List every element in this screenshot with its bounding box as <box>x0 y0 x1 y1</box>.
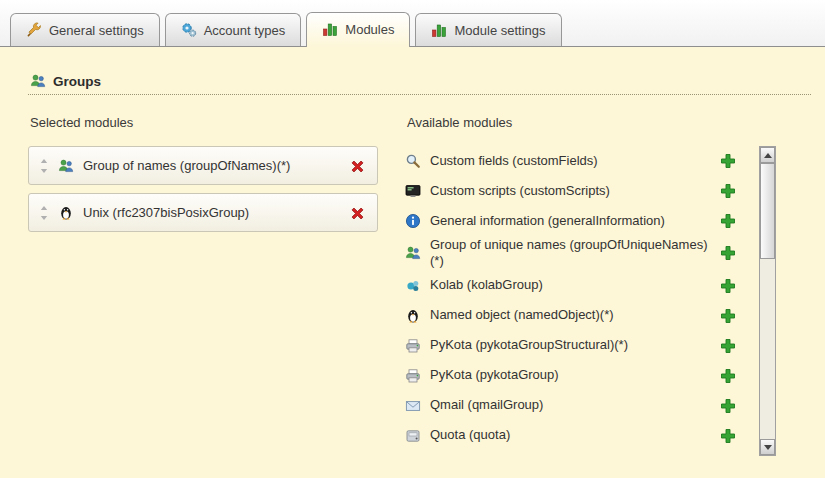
terminal-icon <box>405 183 421 199</box>
module-label: General information (generalInformation) <box>430 213 710 229</box>
add-module-button[interactable] <box>719 367 737 385</box>
tab-label: Module settings <box>454 23 545 38</box>
chart-icon <box>322 21 338 37</box>
add-module-button[interactable] <box>719 152 737 170</box>
module-label: PyKota (pykotaGroupStructural)(*) <box>430 337 710 353</box>
module-label: Unix (rfc2307bisPosixGroup) <box>83 205 249 220</box>
available-modules-list: Custom fields (customFields) Custom scri… <box>405 146 759 456</box>
remove-module-button[interactable] <box>347 156 367 176</box>
add-module-button[interactable] <box>719 182 737 200</box>
module-label: Custom fields (customFields) <box>430 153 710 169</box>
scrollbar-thumb[interactable] <box>760 163 775 259</box>
group-icon <box>30 73 46 89</box>
available-module-row: Custom fields (customFields) <box>405 146 749 176</box>
module-label: Kolab (kolabGroup) <box>430 277 710 293</box>
add-module-button[interactable] <box>719 337 737 355</box>
tab-general-settings[interactable]: General settings <box>10 13 160 46</box>
kolab-icon <box>405 278 421 294</box>
add-plus-icon <box>720 428 736 444</box>
disk-icon <box>405 428 421 444</box>
add-plus-icon <box>720 183 736 199</box>
scrollbar-down-button[interactable] <box>760 439 775 455</box>
add-plus-icon <box>720 338 736 354</box>
module-label: PyKota (pykotaGroup) <box>430 367 710 383</box>
gears-icon <box>181 22 197 38</box>
add-plus-icon <box>720 368 736 384</box>
delete-x-icon <box>349 158 365 174</box>
module-label: Qmail (qmailGroup) <box>430 397 710 413</box>
add-module-button[interactable] <box>719 277 737 295</box>
available-module-row: Qmail (qmailGroup) <box>405 391 749 421</box>
envelope-icon <box>405 398 421 414</box>
tab-label: General settings <box>49 23 144 38</box>
selected-modules-column: Selected modules Group of names (groupOf… <box>28 95 405 456</box>
scrollbar[interactable] <box>759 146 776 456</box>
module-label: Named object (namedObject)(*) <box>430 307 710 323</box>
add-plus-icon <box>720 308 736 324</box>
penguin-icon <box>405 308 421 324</box>
tab-modules[interactable]: Modules <box>306 12 410 47</box>
add-module-button[interactable] <box>719 244 737 262</box>
selected-modules-heading: Selected modules <box>30 115 405 130</box>
tab-bar: General settings Account types Modules M… <box>0 0 825 46</box>
module-label: Custom scripts (customScripts) <box>430 183 710 199</box>
content-panel: Groups Selected modules Group of names (… <box>0 46 825 478</box>
available-module-row: General information (generalInformation) <box>405 206 749 236</box>
group-icon <box>58 158 74 174</box>
drag-handle-icon[interactable] <box>39 205 49 221</box>
available-module-row: Named object (namedObject)(*) <box>405 301 749 331</box>
available-module-row: Quota (quota) <box>405 421 749 451</box>
printer-icon <box>405 338 421 354</box>
add-plus-icon <box>720 213 736 229</box>
module-label: Quota (quota) <box>430 427 710 443</box>
available-module-row: Custom scripts (customScripts) <box>405 176 749 206</box>
arrow-up-icon <box>764 153 772 158</box>
delete-x-icon <box>349 205 365 221</box>
add-plus-icon <box>720 278 736 294</box>
add-module-button[interactable] <box>719 427 737 445</box>
tab-label: Account types <box>204 23 286 38</box>
printer-icon <box>405 368 421 384</box>
selected-module-row-unix: Unix (rfc2307bisPosixGroup) <box>28 193 378 232</box>
add-plus-icon <box>720 153 736 169</box>
available-module-row: Group of unique names (groupOfUniqueName… <box>405 236 749 271</box>
magnifier-icon <box>405 153 421 169</box>
add-module-button[interactable] <box>719 397 737 415</box>
wrench-icon <box>26 22 42 38</box>
remove-module-button[interactable] <box>347 203 367 223</box>
arrow-down-icon <box>764 445 772 450</box>
add-plus-icon <box>720 245 736 261</box>
scrollbar-track[interactable] <box>760 163 775 439</box>
modules-columns: Selected modules Group of names (groupOf… <box>28 95 811 456</box>
drag-handle-icon[interactable] <box>39 158 49 174</box>
add-module-button[interactable] <box>719 307 737 325</box>
available-modules-heading: Available modules <box>407 115 776 130</box>
add-plus-icon <box>720 398 736 414</box>
available-module-row: PyKota (pykotaGroupStructural)(*) <box>405 331 749 361</box>
available-module-row: PyKota (pykotaGroup) <box>405 361 749 391</box>
section-title: Groups <box>28 47 811 95</box>
available-modules-column: Available modules Custom fields (customF… <box>405 95 776 456</box>
selected-module-row-groupofnames: Group of names (groupOfNames)(*) <box>28 146 378 185</box>
available-modules-wrap: Custom fields (customFields) Custom scri… <box>405 146 776 456</box>
tab-module-settings[interactable]: Module settings <box>415 13 561 46</box>
tab-account-types[interactable]: Account types <box>165 13 302 46</box>
add-module-button[interactable] <box>719 212 737 230</box>
group-icon <box>405 245 421 261</box>
chart-icon <box>431 22 447 38</box>
tab-label: Modules <box>345 22 394 37</box>
info-icon <box>405 213 421 229</box>
module-label: Group of names (groupOfNames)(*) <box>83 158 290 173</box>
scrollbar-up-button[interactable] <box>760 147 775 163</box>
penguin-icon <box>58 205 74 221</box>
available-module-row: Kolab (kolabGroup) <box>405 271 749 301</box>
module-label: Group of unique names (groupOfUniqueName… <box>430 237 710 270</box>
page-title: Groups <box>53 74 101 89</box>
